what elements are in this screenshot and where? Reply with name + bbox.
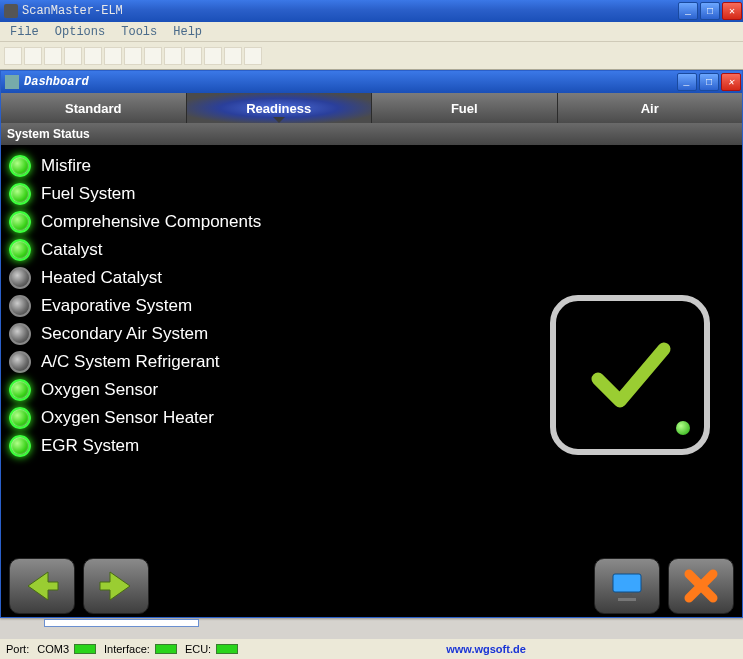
status-label: Heated Catalyst xyxy=(41,268,162,288)
status-label: EGR System xyxy=(41,436,139,456)
tab-label: Standard xyxy=(65,101,121,116)
status-ecu: ECU: xyxy=(185,643,238,655)
port-led-icon xyxy=(74,644,96,654)
thin-panel xyxy=(44,619,199,627)
toolbar-icon[interactable] xyxy=(104,47,122,65)
readiness-content: MisfireFuel SystemComprehensive Componen… xyxy=(1,145,742,555)
port-value: COM3 xyxy=(37,643,69,655)
toolbar-icon[interactable] xyxy=(24,47,42,65)
display-button[interactable] xyxy=(594,558,660,614)
main-title-bar: ScanMaster-ELM _ □ ✕ xyxy=(0,0,743,22)
dashboard-title-bar: Dashboard _ □ ✕ xyxy=(1,71,742,93)
status-label: Secondary Air System xyxy=(41,324,208,344)
interface-led-icon xyxy=(155,644,177,654)
main-window-controls: _ □ ✕ xyxy=(677,2,743,20)
toolbar-icon[interactable] xyxy=(64,47,82,65)
maximize-button[interactable]: □ xyxy=(700,2,720,20)
minimize-button[interactable]: _ xyxy=(678,2,698,20)
interface-label: Interface: xyxy=(104,643,150,655)
status-label: Catalyst xyxy=(41,240,102,260)
toolbar-icon[interactable] xyxy=(224,47,242,65)
toolbar-icon[interactable] xyxy=(4,47,22,65)
prev-button[interactable] xyxy=(9,558,75,614)
status-port: Port: xyxy=(6,643,29,655)
dashboard-close-button[interactable]: ✕ xyxy=(721,73,741,91)
x-icon xyxy=(681,566,721,606)
status-led-icon xyxy=(9,435,31,457)
menu-tools[interactable]: Tools xyxy=(113,23,165,41)
menu-bar: File Options Tools Help xyxy=(0,22,743,42)
toolbar xyxy=(0,42,743,70)
status-label: Fuel System xyxy=(41,184,135,204)
status-interface: Interface: xyxy=(104,643,177,655)
arrow-right-icon xyxy=(96,566,136,606)
status-port-value: COM3 xyxy=(37,643,96,655)
status-led-icon xyxy=(9,323,31,345)
section-header: System Status xyxy=(1,123,742,145)
svg-marker-1 xyxy=(100,572,130,600)
status-label: Oxygen Sensor xyxy=(41,380,158,400)
tab-readiness[interactable]: Readiness xyxy=(187,93,373,123)
tab-air[interactable]: Air xyxy=(558,93,743,123)
status-row: Misfire xyxy=(9,155,742,177)
dashboard-title: Dashboard xyxy=(24,75,89,89)
dashboard-window: Dashboard _ □ ✕ Standard Readiness Fuel … xyxy=(0,70,743,618)
section-title: System Status xyxy=(7,127,90,141)
app-icon xyxy=(4,4,18,18)
toolbar-icon[interactable] xyxy=(84,47,102,65)
status-row: Comprehensive Components xyxy=(9,211,742,233)
menu-file[interactable]: File xyxy=(2,23,47,41)
close-dashboard-button[interactable] xyxy=(668,558,734,614)
menu-help[interactable]: Help xyxy=(165,23,210,41)
status-led-icon xyxy=(9,211,31,233)
dashboard-tabs: Standard Readiness Fuel Air xyxy=(1,93,742,123)
overall-status-led xyxy=(676,421,690,435)
tab-standard[interactable]: Standard xyxy=(1,93,187,123)
status-row: Catalyst xyxy=(9,239,742,261)
status-label: Comprehensive Components xyxy=(41,212,261,232)
tab-label: Fuel xyxy=(451,101,478,116)
vendor-link[interactable]: www.wgsoft.de xyxy=(446,643,526,655)
dashboard-window-controls: _ □ ✕ xyxy=(676,73,742,91)
toolbar-icon[interactable] xyxy=(164,47,182,65)
tab-label: Air xyxy=(641,101,659,116)
svg-marker-0 xyxy=(28,572,58,600)
svg-rect-4 xyxy=(618,598,636,601)
status-label: Evaporative System xyxy=(41,296,192,316)
dashboard-maximize-button[interactable]: □ xyxy=(699,73,719,91)
dashboard-minimize-button[interactable]: _ xyxy=(677,73,697,91)
status-led-icon xyxy=(9,407,31,429)
app-title: ScanMaster-ELM xyxy=(22,4,123,18)
arrow-left-icon xyxy=(22,566,62,606)
dashboard-icon xyxy=(5,75,19,89)
status-led-icon xyxy=(9,295,31,317)
toolbar-icon[interactable] xyxy=(184,47,202,65)
overall-status-panel xyxy=(550,295,710,455)
toolbar-icon[interactable] xyxy=(204,47,222,65)
status-led-icon xyxy=(9,351,31,373)
tab-fuel[interactable]: Fuel xyxy=(372,93,558,123)
nav-controls xyxy=(1,555,742,617)
toolbar-icon[interactable] xyxy=(124,47,142,65)
svg-rect-2 xyxy=(613,574,641,592)
svg-rect-3 xyxy=(622,594,632,598)
toolbar-icon[interactable] xyxy=(44,47,62,65)
status-bar: Port: COM3 Interface: ECU: www.wgsoft.de xyxy=(0,639,743,659)
status-label: Oxygen Sensor Heater xyxy=(41,408,214,428)
monitor-icon xyxy=(607,566,647,606)
ecu-label: ECU: xyxy=(185,643,211,655)
status-led-icon xyxy=(9,239,31,261)
toolbar-icon[interactable] xyxy=(244,47,262,65)
close-button[interactable]: ✕ xyxy=(722,2,742,20)
status-row: Fuel System xyxy=(9,183,742,205)
checkmark-icon xyxy=(580,325,680,425)
next-button[interactable] xyxy=(83,558,149,614)
status-led-icon xyxy=(9,155,31,177)
status-led-icon xyxy=(9,379,31,401)
status-led-icon xyxy=(9,267,31,289)
menu-options[interactable]: Options xyxy=(47,23,113,41)
toolbar-icon[interactable] xyxy=(144,47,162,65)
tab-label: Readiness xyxy=(246,101,311,116)
ecu-led-icon xyxy=(216,644,238,654)
status-label: Misfire xyxy=(41,156,91,176)
